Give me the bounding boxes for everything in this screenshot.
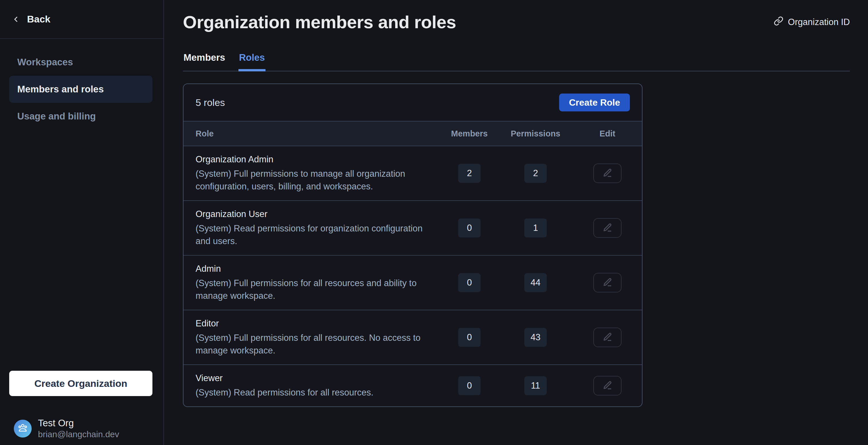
role-description: (System) Full permissions for all resour… (195, 277, 441, 302)
column-header-members: Members (451, 129, 488, 139)
edit-role-button[interactable] (593, 273, 622, 292)
role-description: (System) Read permissions for organizati… (195, 222, 441, 247)
pencil-icon (602, 332, 613, 344)
link-icon (774, 16, 783, 28)
permissions-count-badge: 11 (524, 376, 547, 395)
account-name: Test Org (38, 417, 119, 429)
sidebar-item-workspaces[interactable]: Workspaces (9, 49, 152, 76)
organization-id-link[interactable]: Organization ID (774, 16, 850, 28)
page-title: Organization members and roles (183, 11, 456, 33)
role-name: Organization User (195, 208, 441, 220)
role-cell: Editor (System) Full permissions for all… (195, 318, 441, 357)
sidebar-item-usage-and-billing[interactable]: Usage and billing (9, 103, 152, 130)
pencil-icon (602, 380, 613, 392)
organization-id-label: Organization ID (788, 17, 850, 27)
edit-role-button[interactable] (593, 376, 622, 395)
sidebar-spacer (0, 130, 163, 371)
roles-panel: 5 roles Create Role Role Members Permiss… (183, 84, 643, 407)
account-email: brian@langchain.dev (38, 429, 119, 440)
members-count-badge: 2 (458, 164, 480, 183)
tab-roles[interactable]: Roles (239, 52, 266, 71)
members-count-badge: 0 (458, 328, 480, 347)
create-organization-button[interactable]: Create Organization (9, 371, 152, 396)
sidebar-nav: Workspaces Members and roles Usage and b… (0, 39, 163, 130)
sidebar-item-label: Members and roles (17, 84, 104, 95)
roles-panel-header: 5 roles Create Role (184, 84, 642, 121)
role-name: Organization Admin (195, 154, 441, 165)
role-cell: Admin (System) Full permissions for all … (195, 263, 441, 302)
edit-role-button[interactable] (593, 328, 622, 347)
organization-settings-page: Back Workspaces Members and roles Usage … (0, 0, 868, 445)
account-info: Test Org brian@langchain.dev (38, 417, 119, 440)
column-header-permissions: Permissions (511, 129, 560, 139)
sidebar-item-label: Workspaces (17, 57, 73, 68)
edit-role-button[interactable] (593, 218, 622, 238)
role-cell: Viewer (System) Read permissions for all… (195, 373, 441, 399)
edit-role-button[interactable] (593, 164, 622, 183)
chevron-left-icon (11, 15, 20, 24)
role-cell: Organization Admin (System) Full permiss… (195, 154, 441, 193)
roles-table-body: Organization Admin (System) Full permiss… (184, 146, 642, 407)
back-button[interactable]: Back (0, 0, 163, 39)
permissions-count-badge: 1 (524, 218, 547, 237)
column-header-edit: Edit (600, 129, 616, 139)
sidebar-item-label: Usage and billing (17, 111, 96, 122)
pencil-icon (602, 277, 613, 289)
roles-count: 5 roles (195, 97, 225, 108)
permissions-count-badge: 2 (524, 164, 547, 183)
permissions-count-badge: 43 (524, 328, 547, 347)
members-count-badge: 0 (458, 273, 480, 292)
roles-table-header: Role Members Permissions Edit (184, 121, 642, 146)
back-label: Back (27, 13, 50, 25)
account-section[interactable]: Test Org brian@langchain.dev (14, 417, 163, 440)
role-name: Admin (195, 263, 441, 275)
team-icon (17, 422, 29, 435)
permissions-count-badge: 44 (524, 273, 547, 292)
create-role-button[interactable]: Create Role (559, 93, 630, 111)
table-row: Editor (System) Full permissions for all… (184, 310, 642, 365)
tabs: Members Roles (183, 52, 850, 71)
main-header: Organization members and roles Organizat… (183, 11, 850, 33)
members-count-badge: 0 (458, 218, 480, 237)
main-content: Organization members and roles Organizat… (164, 0, 868, 445)
column-header-role: Role (195, 129, 441, 139)
pencil-icon (602, 222, 613, 234)
sidebar: Back Workspaces Members and roles Usage … (0, 0, 164, 445)
table-row: Admin (System) Full permissions for all … (184, 256, 642, 310)
role-cell: Organization User (System) Read permissi… (195, 208, 441, 247)
pencil-icon (602, 168, 613, 179)
role-description: (System) Full permissions to manage all … (195, 168, 441, 193)
org-avatar (14, 420, 32, 438)
table-row: Organization User (System) Read permissi… (184, 201, 642, 256)
role-name: Viewer (195, 373, 441, 384)
role-name: Editor (195, 318, 441, 329)
sidebar-item-members-and-roles[interactable]: Members and roles (9, 76, 152, 103)
table-row: Organization Admin (System) Full permiss… (184, 146, 642, 201)
table-row: Viewer (System) Read permissions for all… (184, 365, 642, 407)
members-count-badge: 0 (458, 376, 480, 395)
tab-members[interactable]: Members (183, 52, 226, 71)
role-description: (System) Read permissions for all resour… (195, 386, 441, 399)
role-description: (System) Full permissions for all resour… (195, 332, 441, 357)
